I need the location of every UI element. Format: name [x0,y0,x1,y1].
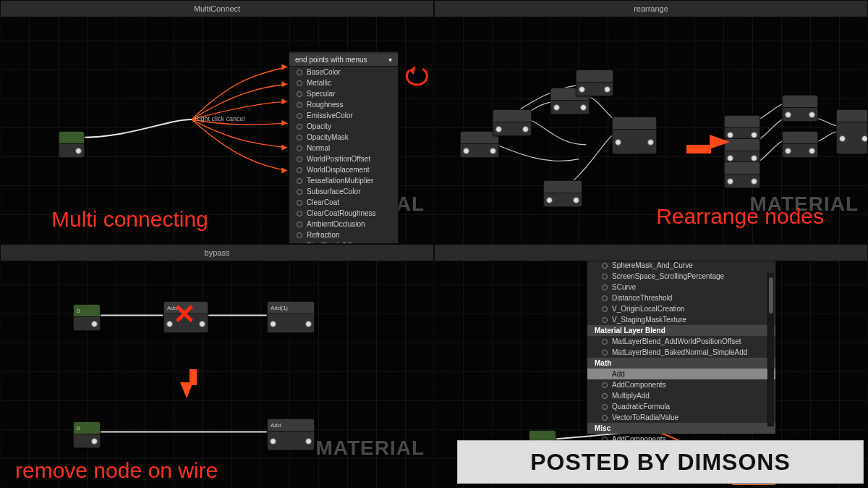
const-node[interactable]: 0 [73,421,101,448]
svg-marker-3 [281,120,287,126]
menu-item[interactable]: ScreenSpace_ScrollingPercentage [587,271,775,282]
menu-item[interactable]: V_StagingMaskTexture [587,314,775,325]
panel-rearrange: rearrange [434,0,868,244]
graph-node[interactable] [493,109,532,136]
graph-node[interactable] [782,95,818,122]
panel-caption: remove node on wire [15,458,218,483]
svg-marker-6 [409,66,415,75]
titlebar: bypass [1,245,433,261]
titlebar: MultiConnect [1,1,433,17]
menu-item[interactable]: V_OriginLocalCreation [587,303,775,314]
transform-arrow-icon [710,135,730,149]
node-label: Add [164,302,208,314]
graph-node[interactable] [612,117,657,154]
menu-item[interactable]: AddComponents [587,379,775,390]
context-menu[interactable]: end points with menus▾ BaseColor Metalli… [289,51,399,244]
menu-item[interactable]: Roughness [289,99,398,110]
context-menu-header: end points with menus▾ [289,54,398,67]
watermark: MATERIAL [749,193,859,216]
menu-item[interactable]: TessellationMultiplier [289,175,398,186]
menu-item[interactable]: SubsurfaceColor [289,186,398,197]
menu-item[interactable]: EmissiveColor [289,110,398,121]
menu-item[interactable]: MultiplyAdd [587,390,775,401]
menu-item[interactable]: AmbientOcclusion [289,219,398,230]
titlebar: rearrange [435,1,867,17]
menu-section: Misc [587,423,775,434]
menu-item[interactable]: ClearCoat [289,197,398,208]
menu-item[interactable]: QuadraticFormula [587,401,775,412]
svg-marker-1 [281,81,287,87]
menu-item[interactable]: BaseColor [289,67,398,77]
panel-bypass: bypass 0 Add Add(1) ✕ 0 Add MATERIAL rem… [0,244,434,488]
menu-item[interactable]: DistanceThreshold [587,293,775,303]
menu-item-highlighted[interactable]: Add [587,369,775,379]
panel-title: bypass [205,248,230,257]
graph-node[interactable] [576,70,613,96]
node-label: 0 [74,422,100,434]
node-label: Add(1) [268,302,314,314]
hint-text: Right click cancel [195,115,245,122]
down-arrow-icon [180,382,193,398]
svg-marker-2 [281,98,287,104]
svg-marker-4 [281,145,287,151]
menu-item[interactable]: Metallic [289,77,398,88]
titlebar [435,245,867,261]
scrollbar-thumb[interactable] [769,277,773,314]
graph-node[interactable] [543,180,582,207]
watermark: MATERIAL [315,437,425,460]
menu-item[interactable]: WorldPositionOffset [289,153,398,164]
menu-item[interactable]: MatLayerBlend_AddWorldPositionOffset [587,336,775,347]
add-node[interactable]: Add(1) [267,301,315,333]
menu-item[interactable]: Opacity [289,121,398,132]
undo-arrow-icon [402,66,431,91]
attribution-banner: POSTED BY DIMSONS [457,440,864,484]
menu-item[interactable]: SCurve [587,282,775,293]
menu-item[interactable]: Normal [289,143,398,153]
node-label: 0 [74,305,100,317]
menu-item[interactable]: SphereMask_And_Curve [587,260,775,271]
node-label: Add [268,419,314,432]
menu-item[interactable]: VectorToRadialValue [587,412,775,423]
add-node[interactable]: Add [163,301,208,333]
menu-item[interactable]: ClearCoatRoughness [289,208,398,219]
context-menu[interactable]: SphereMask_And_Curve ScreenSpace_Scrolli… [587,258,776,429]
menu-item[interactable]: Refraction [289,230,398,240]
menu-item[interactable]: Specular [289,88,398,99]
menu-item[interactable]: MatLayerBlend_BakedNormal_SimpleAdd [587,347,775,358]
panel-title: rearrange [634,4,668,13]
add-node[interactable]: Add [267,418,315,450]
const-node[interactable]: 0 [73,304,101,331]
menu-item[interactable]: OpacityMask [289,132,398,143]
svg-marker-0 [281,64,287,70]
menu-section: Math [587,358,775,369]
panel-title: MultiConnect [194,4,240,13]
panel-multiconnect: MultiConnect Right click cancel end poin… [0,0,434,244]
panel-caption: Multi connecting [51,207,208,232]
menu-item[interactable]: WorldDisplacement [289,164,398,175]
source-node[interactable] [59,131,85,158]
scrollbar[interactable] [767,273,774,426]
menu-section: Material Layer Blend [587,325,775,336]
output-pin[interactable] [75,148,82,154]
svg-marker-5 [281,168,287,174]
graph-node[interactable] [724,161,760,188]
graph-node[interactable] [782,131,818,158]
node-head [59,132,84,144]
graph-node[interactable] [836,109,868,154]
